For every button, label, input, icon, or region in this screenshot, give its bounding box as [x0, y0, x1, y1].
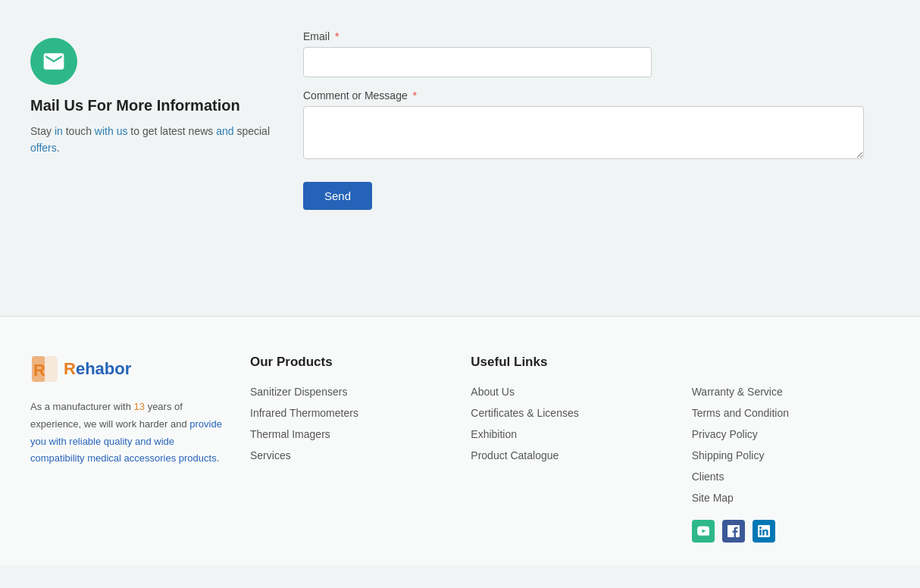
- message-label: Comment or Message *: [303, 89, 890, 102]
- list-item: Clients: [692, 470, 890, 483]
- email-label: Email *: [303, 30, 890, 42]
- message-required-mark: *: [410, 89, 417, 102]
- footer-about-col: R Rehabor As a manufacturer with 13 year…: [30, 355, 227, 543]
- products-heading: Our Products: [250, 355, 448, 370]
- sanitizer-dispensers-link[interactable]: Sanitizer Dispensers: [250, 386, 347, 398]
- mail-icon: [42, 49, 66, 74]
- footer-logo: R Rehabor: [30, 355, 227, 383]
- services-link[interactable]: Services: [250, 449, 291, 461]
- list-item: Privacy Policy: [692, 427, 890, 441]
- list-item: Warranty & Service: [692, 385, 890, 399]
- spacer: [0, 255, 920, 316]
- logo-rest: ehabor: [76, 359, 131, 378]
- contact-section: Mail Us For More Information Stay in tou…: [0, 0, 920, 255]
- list-item: Certificates & Licenses: [471, 406, 668, 420]
- list-item: About Us: [471, 385, 668, 399]
- certificates-link[interactable]: Certificates & Licenses: [471, 407, 578, 419]
- useful-links-list: About Us Certificates & Licenses Exhibit…: [471, 385, 668, 462]
- facebook-icon[interactable]: [722, 520, 745, 543]
- footer: R Rehabor As a manufacturer with 13 year…: [0, 316, 920, 565]
- site-map-link[interactable]: Site Map: [692, 492, 734, 504]
- contact-title: Mail Us For More Information: [30, 95, 240, 115]
- list-item: Shipping Policy: [692, 449, 890, 462]
- infrared-thermometers-link[interactable]: Infrared Thermometers: [250, 407, 358, 419]
- youtube-icon[interactable]: [692, 520, 715, 543]
- clients-link[interactable]: Clients: [692, 471, 724, 483]
- logo-icon: R: [30, 355, 59, 383]
- list-item: Terms and Condition: [692, 406, 890, 420]
- list-item: Product Catalogue: [471, 449, 668, 462]
- product-catalogue-link[interactable]: Product Catalogue: [471, 449, 559, 461]
- warranty-service-link[interactable]: Warranty & Service: [692, 386, 783, 398]
- exhibition-link[interactable]: Exhibition: [471, 428, 517, 440]
- legal-links-list: Warranty & Service Terms and Condition P…: [692, 385, 890, 505]
- send-button[interactable]: Send: [303, 182, 372, 210]
- footer-about-text: As a manufacturer with 13 years of exper…: [30, 399, 227, 468]
- footer-legal-col: Warranty & Service Terms and Condition P…: [692, 355, 890, 543]
- email-required-mark: *: [332, 30, 339, 42]
- list-item: Services: [250, 449, 448, 462]
- legal-heading: [692, 355, 890, 370]
- list-item: Thermal Imagers: [250, 427, 448, 441]
- about-us-link[interactable]: About Us: [471, 386, 515, 398]
- logo-r: R: [64, 359, 76, 378]
- footer-grid: R Rehabor As a manufacturer with 13 year…: [30, 355, 890, 543]
- footer-products-col: Our Products Sanitizer Dispensers Infrar…: [250, 355, 448, 543]
- shipping-policy-link[interactable]: Shipping Policy: [692, 449, 765, 461]
- contact-form: Email * Comment or Message * Send: [303, 23, 890, 210]
- logo-text: Rehabor: [64, 359, 131, 379]
- svg-text:R: R: [33, 361, 45, 380]
- footer-links-col: Useful Links About Us Certificates & Lic…: [471, 355, 668, 543]
- thermal-imagers-link[interactable]: Thermal Imagers: [250, 428, 330, 440]
- social-icons: [692, 520, 890, 543]
- privacy-policy-link[interactable]: Privacy Policy: [692, 428, 758, 440]
- list-item: Sanitizer Dispensers: [250, 385, 448, 399]
- terms-condition-link[interactable]: Terms and Condition: [692, 407, 789, 419]
- list-item: Infrared Thermometers: [250, 406, 448, 420]
- contact-description: Stay in touch with us to get latest news…: [30, 123, 273, 157]
- message-form-group: Comment or Message *: [303, 89, 890, 162]
- products-list: Sanitizer Dispensers Infrared Thermomete…: [250, 385, 448, 462]
- list-item: Site Map: [692, 491, 890, 505]
- email-form-group: Email *: [303, 30, 890, 77]
- linkedin-icon[interactable]: [753, 520, 775, 543]
- contact-left-panel: Mail Us For More Information Stay in tou…: [30, 23, 273, 210]
- mail-icon-circle: [30, 38, 77, 85]
- email-input[interactable]: [303, 47, 652, 77]
- message-textarea[interactable]: [303, 106, 864, 159]
- list-item: Exhibition: [471, 427, 668, 441]
- useful-links-heading: Useful Links: [471, 355, 668, 370]
